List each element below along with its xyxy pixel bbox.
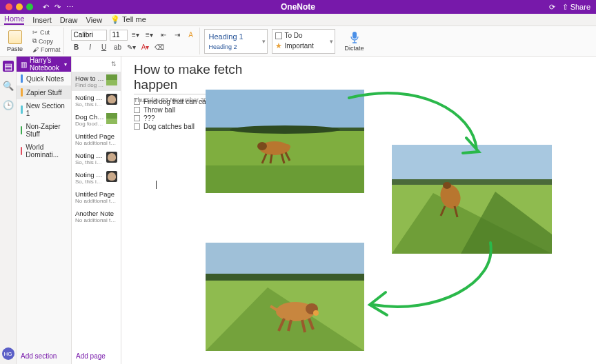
section-item[interactable]: Quick Notes (17, 72, 71, 85)
undo-icon[interactable]: ↶ (43, 3, 49, 12)
title-bar: ↶ ↷ ⋯ OneNote ⟳ ⇧ Share (0, 0, 596, 14)
page-preview-label: No additional text (75, 140, 117, 146)
add-section-button[interactable]: Add section (17, 348, 71, 364)
checkbox-icon[interactable] (134, 123, 140, 130)
page-preview-label: Dog food Fa... (75, 121, 104, 127)
page-thumbnail (106, 152, 117, 163)
close-window[interactable] (6, 3, 12, 10)
inserted-image-3[interactable] (206, 243, 364, 351)
recent-icon[interactable]: 🕒 (3, 99, 14, 110)
maximize-window[interactable] (26, 3, 33, 10)
svg-point-5 (230, 125, 340, 134)
copy-button[interactable]: ⧉ Copy (32, 37, 61, 45)
page-item[interactable]: Untitled PageNo additional text (72, 130, 121, 149)
page-item[interactable]: Noting Im...So, this is a s... (72, 149, 121, 168)
text-cursor (156, 181, 157, 189)
font-color-button[interactable]: A▾ (140, 42, 151, 53)
clear-format-button[interactable]: ⌫ (154, 42, 165, 53)
italic-button[interactable]: I (85, 42, 96, 53)
todo-text: Dog catches ball (143, 123, 195, 130)
search-icon[interactable]: 🔍 (3, 80, 14, 91)
svg-point-8 (284, 144, 290, 150)
format-painter-button[interactable]: 🖌 Format (32, 46, 61, 53)
menu-tellme[interactable]: 💡 Tell me (110, 15, 146, 24)
styles-icon[interactable]: A (186, 30, 197, 41)
sync-icon[interactable]: ⟳ (549, 3, 555, 12)
section-item[interactable]: Non-Zapier Stuff (17, 120, 71, 141)
section-color-icon (21, 105, 23, 114)
cut-button[interactable]: ✂ Cut (32, 29, 61, 36)
page-preview-label: So, this is a s... (75, 159, 104, 165)
section-label: Zapier Stuff (26, 89, 62, 97)
indent-icon[interactable]: ⇥ (172, 30, 183, 41)
inserted-image-1[interactable] (206, 90, 364, 193)
page-item[interactable]: Another NoteNo additional text (72, 207, 121, 226)
bold-button[interactable]: B (71, 42, 82, 53)
sort-icon[interactable]: ⇅ (111, 61, 117, 68)
notebook-selector[interactable]: ▥ Harry's Notebook ▾ (17, 57, 71, 72)
add-page-button[interactable]: Add page (72, 348, 121, 364)
redo-icon[interactable]: ↷ (54, 3, 61, 12)
section-item[interactable]: Zapier Stuff (17, 85, 71, 99)
svg-point-13 (443, 182, 451, 189)
checkbox-icon[interactable] (134, 107, 140, 113)
share-button[interactable]: ⇧ Share (562, 3, 590, 12)
page-title-label: How to ma... (75, 74, 104, 82)
font-size-select[interactable] (110, 30, 128, 41)
page-item[interactable]: Untitled PageNo additional text (72, 188, 121, 207)
page-item[interactable]: Dog Christ...Dog food Fa... (72, 110, 121, 130)
minimize-window[interactable] (16, 3, 23, 10)
page-preview-label: No additional text (75, 217, 117, 223)
page-item[interactable]: Noting Im...So, this is a s... (72, 168, 121, 188)
main-area: ▤ 🔍 🕒 HG ▥ Harry's Notebook ▾ Quick Note… (0, 57, 596, 364)
menu-view[interactable]: View (86, 16, 103, 24)
tags-gallery[interactable]: To Do ★Important ▾ (272, 29, 335, 54)
page-title-label: Another Note (75, 210, 117, 217)
page-item[interactable]: How to ma...Find dog that... (72, 72, 121, 91)
menu-bar: Home Insert Draw View 💡 Tell me (0, 14, 596, 26)
paste-button[interactable]: Paste (4, 30, 26, 52)
section-label: New Section 1 (26, 102, 67, 117)
page-title-label: Untitled Page (75, 190, 117, 198)
checkbox-icon[interactable] (134, 99, 140, 105)
svg-rect-9 (392, 145, 552, 183)
menu-insert[interactable]: Insert (32, 16, 52, 24)
sections-panel: ▥ Harry's Notebook ▾ Quick NotesZapier S… (17, 57, 72, 364)
styles-gallery[interactable]: Heading 1 Heading 2 ▾ (204, 29, 268, 54)
note-canvas[interactable]: How to make fetch happen Thursday 23 Nov… (121, 57, 596, 364)
svg-rect-14 (206, 243, 364, 277)
page-preview-label: Find dog that... (75, 82, 104, 88)
page-title-label: Dog Christ... (75, 113, 104, 121)
section-color-icon (21, 74, 23, 83)
outdent-icon[interactable]: ⇤ (158, 30, 169, 41)
app-title: OneNote (281, 2, 315, 12)
section-color-icon (21, 126, 22, 134)
notebooks-icon[interactable]: ▤ (3, 61, 14, 72)
underline-button[interactable]: U (99, 42, 110, 53)
user-avatar[interactable]: HG (2, 347, 14, 360)
page-title-label: Noting Im... (75, 171, 104, 179)
chevron-down-icon[interactable]: ▾ (330, 38, 333, 45)
menu-home[interactable]: Home (4, 14, 24, 25)
page-thumbnail (106, 171, 117, 182)
checkbox-icon[interactable] (134, 115, 140, 121)
section-item[interactable]: World Dominati... (17, 141, 71, 161)
page-thumbnail (106, 94, 117, 105)
menu-draw[interactable]: Draw (60, 16, 78, 24)
numbering-icon[interactable]: ≡▾ (144, 30, 155, 41)
page-title-label: Noting Im... (75, 152, 104, 159)
strike-button[interactable]: ab (112, 42, 123, 53)
bullets-icon[interactable]: ≡▾ (130, 30, 141, 41)
inserted-image-2[interactable] (392, 145, 552, 254)
section-label: Non-Zapier Stuff (26, 123, 67, 138)
todo-text: ??? (143, 114, 155, 122)
highlight-button[interactable]: ✎▾ (126, 42, 137, 53)
section-item[interactable]: New Section 1 (17, 99, 71, 120)
page-item[interactable]: Noting Imp...So, this is a s... (72, 91, 121, 110)
chevron-down-icon[interactable]: ▾ (262, 38, 266, 45)
dictate-button[interactable]: Dictate (345, 31, 364, 52)
more-icon[interactable]: ⋯ (66, 3, 74, 12)
svg-rect-0 (352, 32, 357, 39)
pages-panel: ⇅ How to ma...Find dog that...Noting Imp… (72, 57, 121, 364)
font-select[interactable] (71, 30, 107, 41)
